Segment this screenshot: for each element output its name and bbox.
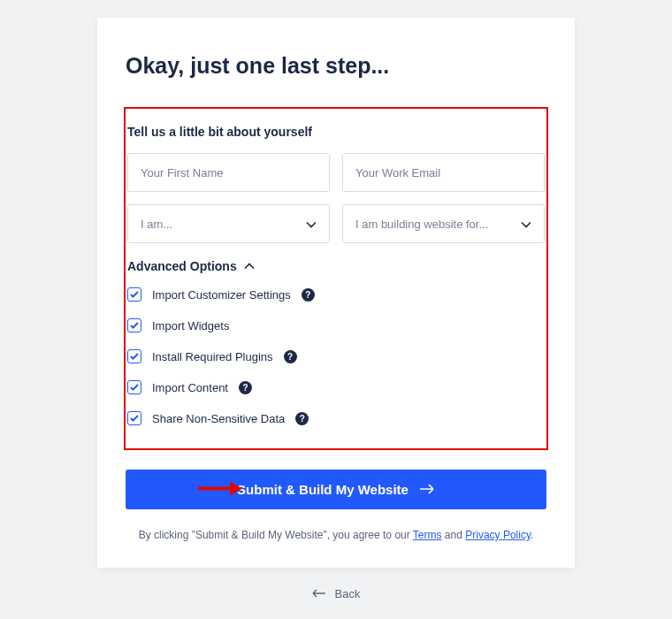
role-select-placeholder: I am... [141,218,172,231]
section-subtitle: Tell us a little bit about yourself [127,125,545,139]
advanced-options-label: Advanced Options [127,259,237,273]
building-for-placeholder: I am building website for... [355,218,488,231]
work-email-input[interactable] [355,166,531,180]
checkbox[interactable] [127,349,141,363]
checkbox[interactable] [127,287,141,302]
role-select[interactable]: I am... [127,204,330,243]
callout-arrow-icon [196,479,242,500]
option-import-customizer: Import Customizer Settings ? [127,287,545,302]
svg-marker-1 [230,481,242,495]
option-import-content: Import Content ? [127,380,545,394]
terms-link[interactable]: Terms [413,529,442,541]
checkbox[interactable] [127,380,141,394]
agreement-text: By clicking "Submit & Build My Website",… [126,529,546,541]
chevron-up-icon [244,263,255,270]
arrow-right-icon [419,482,435,497]
checkbox[interactable] [127,318,141,332]
option-label: Share Non-Sensitive Data [152,412,285,425]
back-button[interactable]: Back [0,587,672,600]
option-install-plugins: Install Required Plugins ? [127,349,545,363]
chevron-down-icon [306,218,317,231]
help-icon[interactable]: ? [284,350,297,363]
onboarding-card: Okay, just one last step... Tell us a li… [97,18,575,568]
submit-button-label: Submit & Build My Website [237,482,409,497]
option-label: Install Required Plugins [152,350,273,363]
help-icon[interactable]: ? [295,412,309,425]
page-title: Okay, just one last step... [126,53,546,79]
chevron-down-icon [521,218,531,231]
option-share-data: Share Non-Sensitive Data ? [127,411,545,425]
help-icon[interactable]: ? [302,288,315,302]
highlighted-section: Tell us a little bit about yourself I am… [124,107,548,450]
option-import-widgets: Import Widgets [127,318,545,332]
option-label: Import Widgets [152,319,229,332]
option-label: Import Customizer Settings [152,288,291,302]
first-name-field[interactable] [127,153,330,192]
advanced-options-list: Import Customizer Settings ? Import Widg… [127,287,545,425]
arrow-left-icon [312,587,326,600]
advanced-options-toggle[interactable]: Advanced Options [127,259,545,273]
first-name-input[interactable] [141,166,317,180]
submit-button[interactable]: Submit & Build My Website [126,470,546,509]
back-label: Back [335,587,361,600]
privacy-link[interactable]: Privacy Policy [465,529,531,541]
building-for-select[interactable]: I am building website for... [342,204,545,243]
help-icon[interactable]: ? [239,381,252,394]
work-email-field[interactable] [342,153,545,192]
checkbox[interactable] [127,411,141,425]
option-label: Import Content [152,381,228,394]
